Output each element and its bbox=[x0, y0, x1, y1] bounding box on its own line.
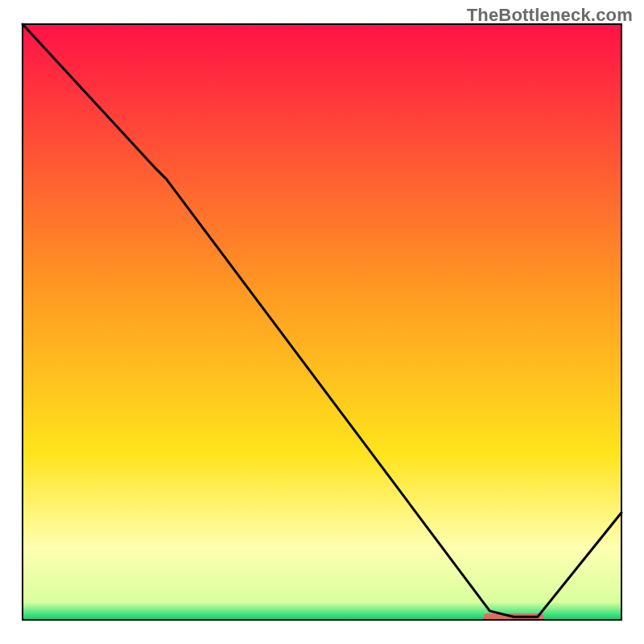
attribution-label: TheBottleneck.com bbox=[467, 5, 633, 26]
bottleneck-chart bbox=[0, 0, 644, 644]
plot-background bbox=[23, 24, 621, 620]
chart-stage: TheBottleneck.com bbox=[0, 0, 644, 644]
